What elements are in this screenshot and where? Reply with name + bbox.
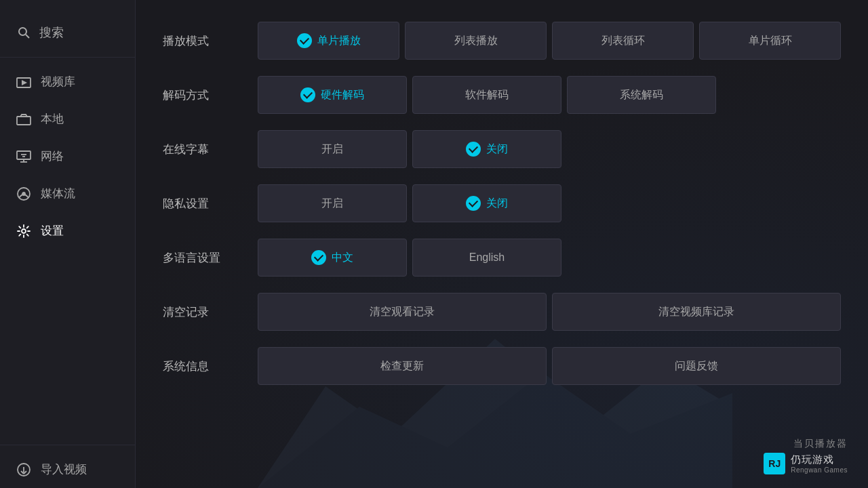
decode-mode-label: 解码方式 <box>163 87 258 103</box>
sidebar-item-label: 媒体流 <box>41 186 75 201</box>
list-loop-btn[interactable]: 列表循环 <box>552 22 694 60</box>
brand-icon: RJ <box>764 453 785 474</box>
online-subtitle-label: 在线字幕 <box>163 142 258 157</box>
logo-chinese: 当贝播放器 <box>793 438 848 450</box>
privacy-row: 隐私设置 开启 关闭 <box>163 183 841 224</box>
check-icon <box>311 250 326 265</box>
sidebar-item-label: 本地 <box>41 111 64 127</box>
privacy-label: 隐私设置 <box>163 196 258 211</box>
single-play-btn[interactable]: 单片播放 <box>258 22 399 60</box>
clear-records-row: 清空记录 清空观看记录 清空视频库记录 <box>163 291 841 332</box>
sidebar: 搜索 视频库 本地 <box>0 0 136 488</box>
chinese-btn[interactable]: 中文 <box>258 239 407 277</box>
check-icon <box>466 196 481 211</box>
clear-records-options: 清空观看记录 清空视频库记录 <box>258 293 841 331</box>
clear-records-label: 清空记录 <box>163 304 258 320</box>
local-icon <box>16 112 31 127</box>
check-icon <box>300 87 315 102</box>
clear-library-btn[interactable]: 清空视频库记录 <box>552 293 841 331</box>
svg-point-11 <box>22 192 25 195</box>
list-play-btn[interactable]: 列表播放 <box>405 22 547 60</box>
hardware-decode-btn[interactable]: 硬件解码 <box>258 76 407 114</box>
svg-line-1 <box>26 35 29 38</box>
sidebar-item-label: 网络 <box>41 148 64 164</box>
online-subtitle-options: 开启 关闭 <box>258 130 841 168</box>
sidebar-item-local[interactable]: 本地 <box>0 100 135 138</box>
sidebar-item-label: 导入视频 <box>41 462 87 477</box>
privacy-off-btn[interactable]: 关闭 <box>412 184 561 222</box>
sidebar-bottom: 导入视频 <box>0 439 135 488</box>
playback-mode-row: 播放模式 单片播放 列表播放 列表循环 单片循环 <box>163 20 841 61</box>
system-info-row: 系统信息 检查更新 问题反馈 <box>163 346 841 386</box>
sidebar-divider <box>0 57 135 58</box>
svg-rect-4 <box>17 117 31 125</box>
system-decode-btn[interactable]: 系统解码 <box>567 76 716 114</box>
language-options: 中文 English <box>258 239 841 277</box>
decode-mode-row: 解码方式 硬件解码 软件解码 系统解码 <box>163 75 841 115</box>
main-content: 播放模式 单片播放 列表播放 列表循环 单片循环 解码方式 硬件解码 <box>136 0 868 488</box>
svg-marker-3 <box>22 80 27 85</box>
language-label: 多语言设置 <box>163 250 258 266</box>
playback-mode-options: 单片播放 列表播放 列表循环 单片循环 <box>258 22 841 60</box>
sidebar-item-media-stream[interactable]: 媒体流 <box>0 175 135 212</box>
sidebar-item-label: 视频库 <box>41 74 75 89</box>
language-row: 多语言设置 中文 English <box>163 237 841 278</box>
import-video-icon <box>16 462 31 477</box>
system-info-options: 检查更新 问题反馈 <box>258 347 841 385</box>
sidebar-item-settings[interactable]: 设置 <box>0 212 135 249</box>
single-loop-btn[interactable]: 单片循环 <box>699 22 841 60</box>
video-library-icon <box>16 75 31 89</box>
system-info-label: 系统信息 <box>163 359 258 374</box>
sidebar-divider-bottom <box>0 445 135 445</box>
media-stream-icon <box>16 186 31 201</box>
network-icon <box>16 149 31 164</box>
check-update-btn[interactable]: 检查更新 <box>258 347 547 385</box>
search-label: 搜索 <box>39 24 64 41</box>
settings-icon <box>16 224 31 239</box>
privacy-options: 开启 关闭 <box>258 184 841 222</box>
sidebar-item-network[interactable]: 网络 <box>0 138 135 175</box>
subtitle-on-btn[interactable]: 开启 <box>258 130 407 168</box>
clear-watch-btn[interactable]: 清空观看记录 <box>258 293 547 331</box>
check-icon <box>297 33 312 48</box>
svg-rect-5 <box>17 151 31 159</box>
sidebar-item-video-library[interactable]: 视频库 <box>0 63 135 100</box>
logo-area: 当贝播放器 RJ 仍玩游戏 Rengwan Games <box>764 438 848 474</box>
subtitle-off-btn[interactable]: 关闭 <box>412 130 561 168</box>
online-subtitle-row: 在线字幕 开启 关闭 <box>163 129 841 169</box>
decode-mode-options: 硬件解码 软件解码 系统解码 <box>258 76 841 114</box>
svg-point-12 <box>22 229 26 233</box>
check-icon <box>466 142 481 157</box>
feedback-btn[interactable]: 问题反馈 <box>552 347 841 385</box>
sidebar-item-import-video[interactable]: 导入视频 <box>0 451 135 488</box>
english-btn[interactable]: English <box>412 239 561 277</box>
search-item[interactable]: 搜索 <box>0 14 135 52</box>
brand-name-en: Rengwan Games <box>791 466 848 474</box>
software-decode-btn[interactable]: 软件解码 <box>412 76 561 114</box>
privacy-on-btn[interactable]: 开启 <box>258 184 407 222</box>
logo-brand: RJ 仍玩游戏 Rengwan Games <box>764 453 848 474</box>
search-icon <box>16 25 31 40</box>
brand-name: 仍玩游戏 <box>791 453 848 466</box>
playback-mode-label: 播放模式 <box>163 33 258 49</box>
sidebar-item-label: 设置 <box>41 223 64 239</box>
svg-point-0 <box>19 28 26 35</box>
